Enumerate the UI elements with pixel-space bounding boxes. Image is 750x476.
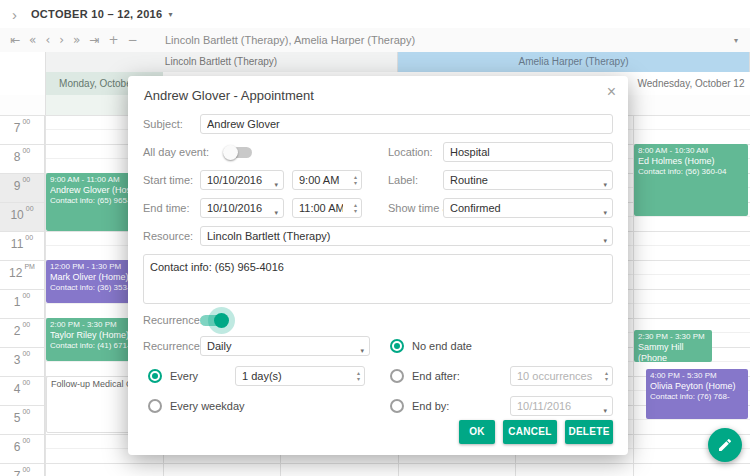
end-time-label: End time:: [143, 202, 189, 214]
all-day-toggle[interactable]: [225, 147, 252, 158]
resource-select[interactable]: Lincoln Bartlett (Therapy) ▾: [200, 226, 613, 246]
every-interval-spinner[interactable]: 1 day(s) ▴▾: [235, 366, 365, 386]
spinner-arrows-icon[interactable]: ▴▾: [605, 370, 608, 382]
dialog-title: Andrew Glover - Appointment: [144, 88, 314, 103]
location-label: Location:: [388, 146, 433, 158]
chevron-down-icon[interactable]: ▾: [603, 176, 607, 194]
toolbar-nav-icons: ⇤«‹›»⇥+−: [10, 28, 138, 52]
zoom-in-icon[interactable]: +: [108, 34, 118, 46]
end-by-label: End by:: [412, 400, 449, 412]
calendar-event[interactable]: 8:00 AM - 10:30 AMEd Holmes (Home)Contac…: [634, 144, 748, 216]
notes-textarea[interactable]: Contact info: (65) 965-4016: [143, 254, 613, 304]
chevron-down-icon[interactable]: ▾: [274, 204, 278, 222]
every-label: Every: [170, 370, 198, 382]
step-backward-icon[interactable]: ‹: [45, 34, 50, 46]
end-by-radio[interactable]: [390, 399, 404, 413]
appointment-dialog: Andrew Glover - Appointment × Subject: A…: [128, 76, 628, 455]
no-end-date-label: No end date: [412, 340, 472, 352]
delete-button[interactable]: DELETE: [565, 420, 613, 444]
end-date-select[interactable]: 10/10/2016 ▾: [200, 198, 284, 218]
zoom-out-icon[interactable]: −: [128, 34, 138, 46]
chevron-down-icon[interactable]: ▾: [603, 402, 607, 420]
show-time-as-select[interactable]: Confirmed ▾: [443, 198, 613, 218]
resources-dropdown-caret-icon[interactable]: ▾: [734, 36, 738, 45]
calendar-event[interactable]: 4:00 PM - 5:30 PMOlivia Peyton (Home)Con…: [646, 369, 748, 419]
resource-header-lincoln[interactable]: Lincoln Bartlett (Therapy): [45, 52, 398, 72]
recurrence-toggle-label: Recurrence:: [143, 314, 203, 326]
recurrence-pattern-select[interactable]: Daily ▾: [200, 336, 370, 356]
spinner-arrows-icon[interactable]: ▴▾: [354, 174, 357, 186]
resource-header-amelia[interactable]: Amelia Harper (Therapy): [398, 52, 750, 72]
no-end-date-radio[interactable]: [390, 339, 404, 353]
resources-summary: Lincoln Bartlett (Therapy), Amelia Harpe…: [165, 34, 415, 46]
end-by-date-select[interactable]: 10/11/2016 ▾: [510, 396, 613, 416]
end-after-label: End after:: [412, 370, 460, 382]
label-select[interactable]: Routine ▾: [443, 170, 613, 190]
start-time-spinner[interactable]: 9:00 AM ▴▾: [292, 170, 362, 190]
edit-pencil-icon: [717, 437, 733, 453]
date-range-title[interactable]: OCTOBER 10 – 12, 2016: [31, 8, 162, 20]
start-time-label: Start time:: [143, 174, 193, 186]
expand-chevron-icon[interactable]: ›: [12, 7, 17, 22]
every-weekday-label: Every weekday: [170, 400, 245, 412]
scheduler-app: › OCTOBER 10 – 12, 2016 ▾ ⇤«‹›»⇥+− Linco…: [0, 0, 750, 476]
day-header-wednesday[interactable]: Wednesday, October 12: [632, 72, 750, 95]
new-appointment-fab[interactable]: [708, 428, 742, 462]
chevron-down-icon[interactable]: ▾: [603, 204, 607, 222]
fast-backward-icon[interactable]: «: [29, 34, 36, 46]
ok-button[interactable]: OK: [459, 420, 495, 444]
chevron-down-icon[interactable]: ▾: [274, 176, 278, 194]
scheduler-toolbar: ⇤«‹›»⇥+− Lincoln Bartlett (Therapy), Ame…: [0, 28, 750, 53]
skip-to-start-icon[interactable]: ⇤: [10, 34, 20, 46]
start-date-select[interactable]: 10/10/2016 ▾: [200, 170, 284, 190]
end-time-spinner[interactable]: 11:00 AM ▴▾: [292, 198, 362, 218]
resource-label: Resource:: [143, 230, 193, 242]
subject-label: Subject:: [143, 118, 183, 130]
subject-input[interactable]: [200, 114, 613, 134]
end-after-occurrences-spinner[interactable]: 10 occurrences ▴▾: [510, 366, 613, 386]
time-ruler-lines: [0, 115, 45, 476]
all-day-label: All day event:: [143, 146, 209, 158]
step-forward-icon[interactable]: ›: [59, 34, 64, 46]
fast-forward-icon[interactable]: »: [73, 34, 80, 46]
skip-to-end-icon[interactable]: ⇥: [89, 34, 99, 46]
every-weekday-radio[interactable]: [148, 399, 162, 413]
every-radio[interactable]: [148, 369, 162, 383]
recurrence-pattern-label: Recurrence:: [143, 340, 203, 352]
recurrence-toggle[interactable]: [200, 315, 227, 326]
location-input[interactable]: [443, 142, 613, 162]
toggle-knob: [223, 145, 238, 160]
chevron-down-icon[interactable]: ▾: [603, 232, 607, 250]
cancel-button[interactable]: CANCEL: [503, 420, 557, 444]
toggle-knob: [214, 313, 229, 328]
close-icon[interactable]: ×: [607, 84, 616, 100]
spinner-arrows-icon[interactable]: ▴▾: [357, 370, 360, 382]
label-label: Label:: [388, 174, 418, 186]
resource-header-row: Lincoln Bartlett (Therapy) Amelia Harper…: [0, 52, 750, 73]
spinner-arrows-icon[interactable]: ▴▾: [354, 202, 357, 214]
date-range-caret-icon[interactable]: ▾: [168, 10, 172, 19]
chevron-down-icon[interactable]: ▾: [360, 342, 364, 360]
end-after-radio[interactable]: [390, 369, 404, 383]
header-bar: › OCTOBER 10 – 12, 2016 ▾: [0, 0, 750, 29]
calendar-event[interactable]: 2:30 PM - 3:30 PMSammy Hill (Phone Consu…: [634, 330, 712, 362]
